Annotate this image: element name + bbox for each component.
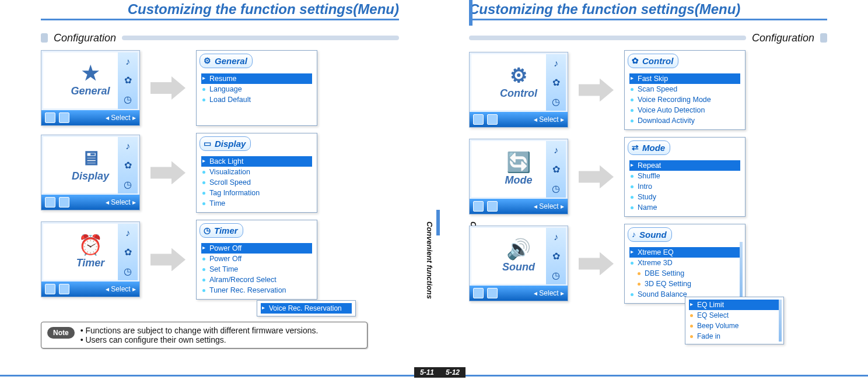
page-title: Customizing the function settings(Menu): [469, 0, 827, 20]
page-left: Convenient functions Customizing the fun…: [0, 0, 440, 380]
mini-icon: [45, 197, 55, 207]
panel-header: ⚙General: [200, 54, 253, 68]
thumb-side-icons: ♪✿◷: [546, 141, 566, 198]
panel-header-icon: ⚙: [204, 56, 211, 65]
menu-item[interactable]: Name: [629, 202, 740, 213]
panel-header: ◷Timer: [200, 223, 243, 238]
menu-thumbnail-control[interactable]: ⚙Control♪✿◷Select: [469, 52, 568, 128]
panel-title: Mode: [642, 143, 665, 153]
section-cap: [820, 33, 827, 43]
panel-title: Timer: [214, 226, 238, 235]
select-label[interactable]: Select: [534, 115, 564, 124]
scrollbar[interactable]: [740, 242, 743, 300]
thumb-label: Sound: [502, 261, 535, 273]
menu-item[interactable]: Intro: [629, 181, 740, 192]
submenu-panel-mode: ⇄ModeRepeatShuffleIntroStudyName: [624, 137, 746, 217]
menu-item[interactable]: Load Default: [201, 94, 312, 105]
mini-icon: [487, 288, 498, 298]
menu-thumbnail-mode[interactable]: 🔄Mode♪✿◷Select: [469, 139, 568, 214]
overflow-panel: EQ LimitEQ SelectBeep VolumeFade in: [685, 297, 784, 344]
note-pill: Note: [47, 327, 75, 339]
menu-item[interactable]: Language: [201, 84, 312, 94]
footer-line: [0, 375, 440, 377]
arrow-icon: [579, 78, 614, 101]
thumb-side-icons: ♪✿◷: [118, 52, 138, 109]
panel-title: Sound: [639, 230, 667, 240]
menu-item[interactable]: Scroll Speed: [201, 177, 312, 188]
menu-item[interactable]: Alram/Record Select: [201, 275, 312, 285]
menu-thumbnail-display[interactable]: 🖥Display♪✿◷Select: [41, 135, 140, 210]
menu-item[interactable]: 3D EQ Setting: [629, 279, 740, 289]
mini-icon: [473, 288, 484, 298]
config-row: 🔄Mode♪✿◷Select⇄ModeRepeatShuffleIntroStu…: [469, 137, 827, 217]
menu-thumbnail-sound[interactable]: 🔊Sound♪✿◷Select: [469, 226, 568, 301]
panel-header-icon: ✿: [632, 56, 639, 65]
note-line: Functions are subject to change with dif…: [80, 326, 318, 335]
menu-item[interactable]: Study: [629, 192, 740, 202]
thumb-icon: ⚙: [510, 65, 527, 85]
menu-item[interactable]: EQ Select: [689, 310, 780, 321]
menu-item[interactable]: Time: [201, 198, 312, 209]
select-label[interactable]: Select: [534, 289, 564, 297]
menu-thumbnail-general[interactable]: ★General♪✿◷Select: [41, 50, 140, 126]
thumb-bottom-bar: Select: [470, 286, 568, 301]
menu-item[interactable]: Download Activity: [629, 115, 740, 126]
menu-item[interactable]: Fade in: [689, 331, 780, 342]
menu-item[interactable]: Shuffle: [629, 171, 740, 181]
menu-item[interactable]: Xtreme EQ: [629, 247, 740, 258]
menu-item[interactable]: EQ Limit: [689, 300, 780, 310]
menu-item[interactable]: Power Off: [201, 254, 312, 264]
thumb-bottom-bar: Select: [41, 195, 139, 210]
mini-icon: [45, 284, 55, 294]
menu-item[interactable]: Fast Skip: [629, 73, 740, 84]
thumb-side-icons: ♪✿◷: [118, 137, 138, 193]
page-footer: 5-11: [0, 375, 440, 377]
menu-item[interactable]: Repeat: [629, 160, 740, 171]
select-label[interactable]: Select: [106, 198, 136, 206]
section-bar: Configuration: [41, 32, 399, 44]
thumb-icon: 🔄: [506, 152, 531, 172]
menu-item[interactable]: Power Off: [201, 243, 312, 254]
menu-item[interactable]: Visualization: [201, 167, 312, 177]
thumb-side-icons: ♪✿◷: [546, 228, 566, 284]
menu-item[interactable]: Tag Information: [201, 188, 312, 198]
menu-item[interactable]: Set Time: [201, 264, 312, 275]
thumb-label: Timer: [76, 257, 105, 269]
menu-item[interactable]: Beep Volume: [689, 321, 780, 331]
menu-item[interactable]: Voice Recording Mode: [629, 94, 740, 105]
thumb-label: Control: [500, 87, 537, 100]
menu-item[interactable]: Tuner Rec. Reservation: [201, 285, 312, 295]
panel-item-list: RepeatShuffleIntroStudyName: [625, 160, 745, 213]
menu-item[interactable]: Voice Auto Detection: [629, 105, 740, 115]
scrollbar[interactable]: [779, 300, 782, 342]
page-footer: 5-12: [440, 375, 868, 377]
menu-item[interactable]: DBE Setting: [629, 268, 740, 279]
footer-line: [440, 375, 868, 377]
panel-title: Control: [642, 56, 673, 66]
select-label[interactable]: Select: [534, 202, 564, 210]
page-title: Customizing the function settings(Menu): [41, 0, 399, 20]
thumb-side-icons: ♪✿◷: [118, 224, 138, 280]
menu-item[interactable]: Back Light: [201, 156, 312, 167]
config-row: ★General♪✿◷Select⚙GeneralResumeLanguageL…: [41, 50, 399, 126]
arrow-icon: [579, 165, 614, 188]
overflow-item-list: EQ LimitEQ SelectBeep VolumeFade in: [685, 297, 783, 344]
menu-item[interactable]: Voice Rec. Reservation: [261, 303, 352, 314]
select-label[interactable]: Select: [106, 114, 136, 122]
panel-header: ✿Control: [628, 54, 678, 68]
select-label[interactable]: Select: [106, 285, 136, 293]
mini-icon: [473, 114, 484, 125]
thumb-bottom-bar: Select: [470, 199, 568, 214]
panel-header-icon: ▭: [204, 139, 211, 148]
menu-item[interactable]: Xtreme 3D: [629, 258, 740, 268]
menu-item[interactable]: Resume: [201, 73, 312, 84]
mini-icon: [59, 197, 69, 207]
section-cap: [41, 33, 48, 43]
config-row: 🔊Sound♪✿◷Select♪SoundXtreme EQXtreme 3DD…: [469, 224, 827, 304]
submenu-panel-sound: ♪SoundXtreme EQXtreme 3DDBE Setting3D EQ…: [624, 224, 746, 304]
thumb-label: Mode: [505, 174, 533, 187]
menu-item[interactable]: Scan Speed: [629, 84, 740, 94]
rows-container: ⚙Control♪✿◷Select✿ControlFast SkipScan S…: [469, 50, 827, 304]
menu-thumbnail-timer[interactable]: ⏰Timer♪✿◷Select: [41, 221, 140, 297]
mini-icon: [59, 112, 69, 123]
